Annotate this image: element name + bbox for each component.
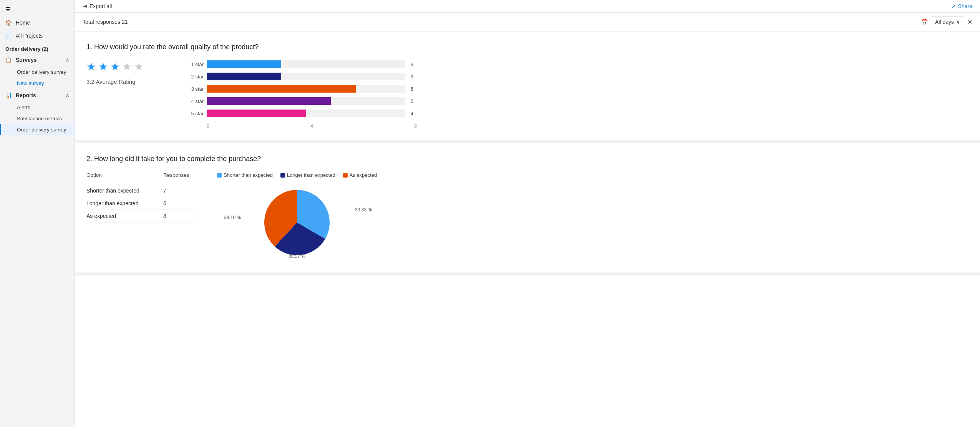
reports-label: Reports <box>16 92 36 98</box>
bar-value: 4 <box>411 111 417 116</box>
share-button[interactable]: ↗ Share <box>951 3 972 9</box>
col-option-header: Option <box>86 172 156 178</box>
surveys-section-header[interactable]: 📋 Surveys ∧ <box>0 53 75 66</box>
bar-fill <box>207 110 306 117</box>
response-cell: 6 <box>163 200 194 206</box>
menu-icon[interactable]: ☰ <box>0 3 75 16</box>
response-cell: 8 <box>163 213 194 219</box>
sidebar: ☰ 🏠 Home 📄 All Projects Order delivery (… <box>0 0 75 427</box>
star-2: ★ <box>98 60 108 73</box>
sidebar-item-order-delivery-survey[interactable]: Order delivery survey <box>0 66 75 78</box>
legend-dot <box>217 173 222 178</box>
bar-row: 2 star 3 <box>186 73 417 80</box>
sidebar-item-all-projects[interactable]: 📄 All Projects <box>0 29 75 42</box>
all-projects-label: All Projects <box>16 33 43 39</box>
star-1: ★ <box>86 60 96 73</box>
bar-fill <box>207 73 281 80</box>
option-cell: Longer than expected <box>86 200 156 206</box>
bar-value: 3 <box>411 74 417 80</box>
axis-4: 4 <box>310 123 313 129</box>
stars-row: ★ ★ ★ ★ ★ <box>86 60 144 73</box>
surveys-label: Surveys <box>16 57 36 63</box>
bar-value: 3 <box>411 61 417 67</box>
sidebar-item-home[interactable]: 🏠 Home <box>0 16 75 29</box>
bar-label: 4 star <box>186 98 204 104</box>
legend-item: Longer than expected <box>280 172 335 178</box>
star-3: ★ <box>110 60 120 73</box>
q2-table: Option Responses Shorter than expected 7… <box>86 172 194 223</box>
col-responses-header: Responses <box>163 172 194 178</box>
bar-track <box>207 73 405 80</box>
bar-chart: 1 star 3 2 star 3 3 star 6 4 star 5 5 st… <box>186 60 417 129</box>
bar-rows: 1 star 3 2 star 3 3 star 6 4 star 5 5 st… <box>186 60 417 117</box>
avg-rating-label: 3.2 Average Rating <box>86 78 135 85</box>
bar-row: 3 star 6 <box>186 85 417 93</box>
pie-wrapper: 33.33 % 28.57 % 38.10 % <box>243 184 351 261</box>
table-row: As expected 8 <box>86 210 194 223</box>
collapse-icon[interactable]: ✕ <box>967 18 972 26</box>
pie-svg <box>243 184 351 261</box>
axis-0: 0 <box>207 123 209 129</box>
star-5: ★ <box>134 60 144 73</box>
calendar-icon: 📅 <box>921 19 928 25</box>
reports-section-header[interactable]: 📊 Reports ∧ <box>0 89 75 102</box>
bar-row: 1 star 3 <box>186 60 417 68</box>
legend-dot <box>343 173 348 178</box>
legend-label: Shorter than expected <box>224 172 273 178</box>
bar-row: 4 star 5 <box>186 97 417 105</box>
bar-label: 2 star <box>186 74 204 80</box>
table-row: Shorter than expected 7 <box>86 184 194 197</box>
all-projects-icon: 📄 <box>5 33 12 39</box>
chart-axis: 0 4 8 <box>207 122 417 129</box>
pie-label-shorter: 33.33 % <box>355 207 372 213</box>
filter-area: 📅 All days ∨ ✕ <box>921 17 972 27</box>
sidebar-item-alerts[interactable]: Alerts <box>0 102 75 113</box>
legend-item: As expected <box>343 172 377 178</box>
export-label: Export all <box>90 3 112 9</box>
question-2-section: 2. How long did it take for you to compl… <box>75 143 980 276</box>
surveys-icon: 📋 <box>5 57 12 63</box>
days-label: All days <box>935 19 954 25</box>
surveys-chevron: ∧ <box>66 57 69 63</box>
bar-row: 5 star 4 <box>186 110 417 117</box>
sidebar-item-order-delivery-report[interactable]: Order delivery survey <box>0 124 75 135</box>
main-content: ⇥ Export all ↗ Share Total responses 21 … <box>75 0 980 427</box>
legend-label: Longer than expected <box>287 172 335 178</box>
bar-fill <box>207 85 356 93</box>
table-row: Longer than expected 6 <box>86 197 194 210</box>
export-all-button[interactable]: ⇥ Export all <box>83 3 112 9</box>
reports-chevron: ∧ <box>66 93 69 98</box>
bar-label: 3 star <box>186 86 204 92</box>
star-4: ★ <box>122 60 132 73</box>
order-delivery-label: Order delivery (2) <box>0 42 75 53</box>
share-label: Share <box>958 3 972 9</box>
q2-table-rows: Shorter than expected 7 Longer than expe… <box>86 184 194 223</box>
pie-label-longer: 28.57 % <box>289 254 305 259</box>
question-1-section: 1. How would you rate the overall qualit… <box>75 32 980 143</box>
q2-table-header: Option Responses <box>86 172 194 182</box>
reports-icon: 📊 <box>5 92 12 98</box>
option-cell: Shorter than expected <box>86 188 156 194</box>
sidebar-item-new-survey[interactable]: New survey <box>0 78 75 89</box>
legend-dot <box>280 173 285 178</box>
bar-value: 5 <box>411 98 417 104</box>
bar-track <box>207 97 405 105</box>
pie-chart-area: Shorter than expected Longer than expect… <box>217 172 377 261</box>
legend-item: Shorter than expected <box>217 172 273 178</box>
dropdown-chevron: ∨ <box>956 19 960 25</box>
days-dropdown[interactable]: All days ∨ <box>931 17 964 27</box>
sidebar-item-satisfaction-metrics[interactable]: Satisfaction metrics <box>0 113 75 124</box>
rating-display: ★ ★ ★ ★ ★ 3.2 Average Rating <box>86 60 171 85</box>
bar-label: 5 star <box>186 111 204 116</box>
question-2-title: 2. How long did it take for you to compl… <box>86 155 968 163</box>
option-cell: As expected <box>86 213 156 219</box>
bar-fill <box>207 60 281 68</box>
bar-track <box>207 60 405 68</box>
bar-track <box>207 110 405 117</box>
response-cell: 7 <box>163 188 194 194</box>
home-icon: 🏠 <box>5 20 12 26</box>
home-label: Home <box>16 20 30 26</box>
total-responses: Total responses 21 <box>83 19 128 25</box>
share-icon: ↗ <box>951 3 956 9</box>
bar-value: 6 <box>411 86 417 92</box>
